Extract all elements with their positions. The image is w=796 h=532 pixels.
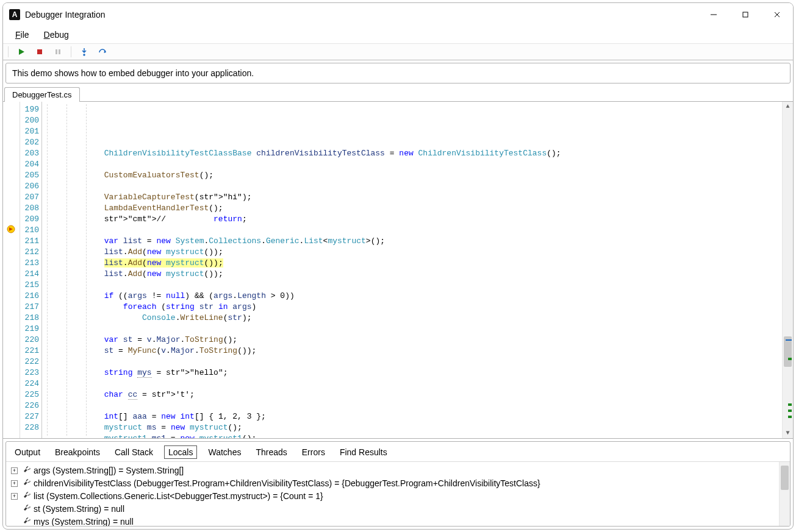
play-icon [17, 48, 26, 56]
code-line[interactable]: int[] aaa = new int[] { 1, 2, 3 }; [42, 411, 782, 422]
minimize-button[interactable] [698, 3, 730, 26]
tab-callstack[interactable]: Call Stack [111, 446, 157, 458]
code-surface[interactable]: ChildrenVisibilityTestClassBase children… [42, 102, 782, 438]
code-editor[interactable]: 1992002012022032042052062072082092102112… [3, 102, 793, 438]
document-tabs: DebuggerTest.cs [3, 86, 793, 102]
code-line[interactable]: string mys = str">"hello"; [42, 367, 782, 378]
menu-file[interactable]: File [8, 27, 37, 42]
code-line[interactable]: list.Add(new mystruct()); [42, 258, 782, 269]
wrench-icon [23, 464, 31, 477]
locals-row[interactable]: mys (System.String) = null [11, 516, 774, 526]
tree-leaf-icon [11, 519, 18, 525]
expand-icon[interactable]: + [11, 467, 18, 474]
toolbar [3, 43, 793, 60]
scrollbar-thumb[interactable] [784, 336, 792, 367]
svg-rect-1 [37, 49, 42, 54]
pause-button[interactable] [51, 45, 65, 59]
titlebar: A Debugger Integration [3, 3, 793, 26]
menu-debug[interactable]: Debug [37, 27, 76, 42]
panel-body: +args (System.String[]) = System.String[… [6, 461, 790, 526]
step-into-button[interactable] [77, 45, 91, 59]
locals-text: args (System.String[]) = System.String[] [34, 464, 184, 477]
code-line[interactable] [42, 378, 782, 389]
code-line[interactable] [42, 137, 782, 148]
scroll-up-icon[interactable]: ▲ [783, 102, 793, 112]
wrench-icon [23, 490, 31, 503]
code-line[interactable]: VariableCaptureTest(str">"hi"); [42, 192, 782, 203]
locals-text: childrenVisibilityTestClass (DebuggerTes… [34, 477, 540, 490]
code-line[interactable]: foreach (string str in args) [42, 302, 782, 313]
tab-threads[interactable]: Threads [252, 446, 290, 458]
run-button[interactable] [15, 45, 28, 59]
tab-findresults[interactable]: Find Results [336, 446, 391, 458]
code-line[interactable]: LambdaEventHandlerTest(); [42, 203, 782, 214]
code-line[interactable]: mystruct1 ms1 = new mystruct1(); [42, 433, 782, 438]
expand-icon[interactable]: + [11, 480, 18, 487]
code-line[interactable]: list.Add(new mystruct()); [42, 247, 782, 258]
stop-icon [35, 48, 44, 56]
locals-row[interactable]: st (System.String) = null [11, 503, 774, 516]
svg-rect-2 [56, 49, 57, 54]
app-icon: A [9, 9, 20, 20]
code-line[interactable]: if ((args != null) && (args.Length > 0)) [42, 291, 782, 302]
tab-debuggertest[interactable]: DebuggerTest.cs [4, 87, 80, 102]
tab-breakpoints[interactable]: Breakpoints [51, 446, 104, 458]
code-line[interactable]: mystruct ms = new mystruct(); [42, 422, 782, 433]
locals-text: st (System.String) = null [34, 503, 124, 516]
code-line[interactable]: char cc = str">'t'; [42, 389, 782, 400]
wrench-icon [23, 477, 31, 490]
line-numbers: 1992002012022032042052062072082092102112… [20, 102, 42, 438]
expand-icon[interactable]: + [11, 493, 18, 500]
code-line[interactable]: st = MyFunc(v.Major.ToString()); [42, 346, 782, 356]
editor-scrollbar[interactable]: ▲ ▼ [782, 102, 793, 438]
info-text: This demo shows how to embed debugger in… [12, 68, 254, 78]
panel-tabs: Output Breakpoints Call Stack Locals Wat… [6, 442, 790, 461]
svg-rect-3 [59, 49, 60, 54]
maximize-button[interactable] [730, 3, 761, 26]
code-line[interactable]: var list = new System.Collections.Generi… [42, 236, 782, 247]
svg-point-4 [83, 54, 85, 55]
code-line[interactable] [42, 324, 782, 335]
code-line[interactable]: ChildrenVisibilityTestClassBase children… [42, 148, 782, 159]
step-over-icon [98, 48, 107, 56]
editor-panel: 1992002012022032042052062072082092102112… [3, 102, 793, 439]
pause-icon [54, 48, 62, 56]
tab-watches[interactable]: Watches [204, 446, 245, 458]
scroll-down-icon[interactable]: ▼ [783, 428, 793, 438]
app-window: A Debugger Integration File Debug [2, 2, 794, 530]
panel-scrollbar[interactable] [779, 462, 790, 526]
wrench-icon [23, 516, 31, 526]
code-line[interactable]: Console.WriteLine(str); [42, 313, 782, 324]
code-line[interactable] [42, 280, 782, 291]
code-line[interactable]: CustomEvaluatorsTest(); [42, 170, 782, 181]
wrench-icon [23, 503, 31, 516]
locals-row[interactable]: +list (System.Collections.Generic.List<D… [11, 490, 774, 503]
locals-row[interactable]: +childrenVisibilityTestClass (DebuggerTe… [11, 477, 774, 490]
panel-scrollbar-thumb[interactable] [781, 466, 789, 490]
step-over-button[interactable] [96, 45, 109, 59]
tab-locals[interactable]: Locals [164, 445, 197, 459]
locals-text: list (System.Collections.Generic.List<De… [34, 490, 323, 503]
minimize-icon [710, 11, 717, 18]
code-line[interactable] [42, 400, 782, 411]
tree-leaf-icon [11, 506, 18, 512]
locals-row[interactable]: +args (System.String[]) = System.String[… [11, 464, 774, 477]
step-into-icon [80, 48, 88, 56]
stop-button[interactable] [33, 45, 46, 59]
maximize-icon [742, 11, 749, 18]
window-title: Debugger Integration [25, 10, 106, 20]
breakpoint-gutter[interactable] [3, 102, 20, 438]
bottom-panel: Output Breakpoints Call Stack Locals Wat… [5, 441, 791, 527]
code-line[interactable] [42, 225, 782, 236]
code-line[interactable]: str">"cmt">// return; [42, 214, 782, 225]
menubar: File Debug [3, 26, 793, 43]
code-line[interactable] [42, 356, 782, 367]
close-button[interactable] [761, 3, 793, 26]
tab-errors[interactable]: Errors [298, 446, 329, 458]
code-line[interactable] [42, 159, 782, 170]
locals-tree[interactable]: +args (System.String[]) = System.String[… [6, 462, 779, 526]
code-line[interactable]: var st = v.Major.ToString(); [42, 335, 782, 346]
code-line[interactable] [42, 181, 782, 192]
code-line[interactable]: list.Add(new mystruct()); [42, 269, 782, 280]
tab-output[interactable]: Output [11, 446, 44, 458]
